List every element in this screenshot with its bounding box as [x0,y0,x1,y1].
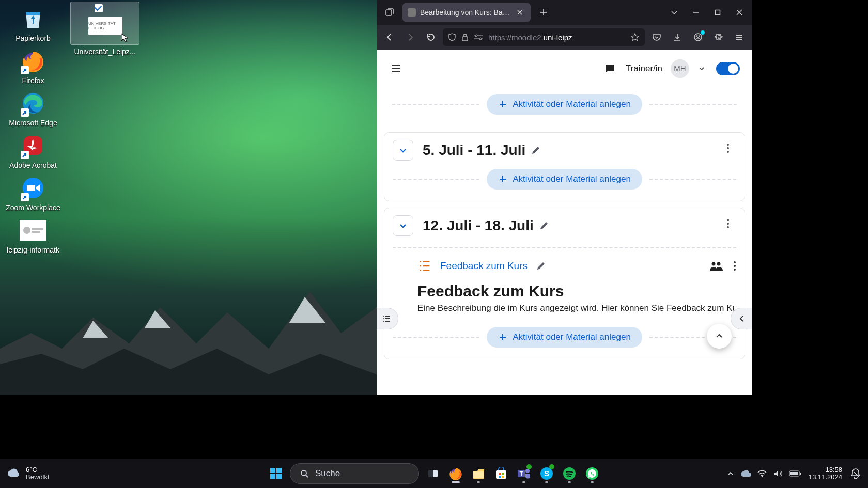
desktop-icon-edge[interactable]: Microsoft Edge [4,87,62,129]
taskbar-weather[interactable]: 6°C Bewölkt [6,466,50,481]
forward-button[interactable] [401,28,419,46]
desktop-icon-label: Zoom Workplace [6,203,60,212]
window-maximize-button[interactable] [709,4,726,21]
divider [649,179,736,180]
thumbnail-preview: UNIVERSITÄT LEIPZIG [88,17,122,35]
svg-point-15 [697,35,700,38]
user-avatar[interactable]: MH [671,59,689,78]
nav-drawer-toggle[interactable] [389,61,404,76]
svg-text:S: S [544,469,549,478]
svg-point-12 [475,35,477,37]
svg-point-22 [712,262,716,266]
reload-button[interactable] [422,28,440,46]
block-drawer-toggle[interactable] [731,308,752,329]
wifi-icon[interactable] [757,469,767,478]
tab-favicon [408,8,416,17]
battery-icon[interactable] [789,470,801,477]
task-view-button[interactable] [424,463,442,484]
add-activity-button[interactable]: Aktivität oder Material anlegen [487,327,642,348]
tab-list-button[interactable] [665,4,683,21]
desktop-icon-leipzig-informatik[interactable]: leipzig-informatk [4,214,62,256]
browser-tab-bar: Bearbeitung von Kurs: Bastelku [377,0,752,25]
taskbar-app-teams[interactable]: T [515,463,533,484]
window-minimize-button[interactable] [687,4,705,21]
course-index-toggle[interactable] [377,308,398,329]
add-activity-button[interactable]: Aktivität oder Material anlegen [487,94,642,115]
downloads-button[interactable] [669,28,686,46]
address-bar[interactable]: https://moodle2.uni-leipz [443,28,645,46]
pencil-icon[interactable] [539,221,549,231]
svg-point-34 [301,470,306,476]
url-text: https://moodle2.uni-leipz [488,33,625,42]
bookmark-star-icon[interactable] [630,33,640,42]
recent-tabs-button[interactable] [381,4,398,21]
divider [392,104,479,105]
taskbar: 6°C Bewölkt Suche T S 13:58 13.11.2 [0,459,868,488]
extensions-button[interactable] [710,28,727,46]
app-menu-button[interactable] [731,28,748,46]
taskbar-search[interactable]: Suche [290,463,419,484]
user-menu-caret[interactable] [698,65,708,73]
desktop-icon-recycle-bin[interactable]: Papierkorb [4,2,62,44]
section-collapse-toggle[interactable] [393,215,413,236]
add-activity-button[interactable]: Aktivität oder Material anlegen [487,169,642,190]
status-dot-icon [549,464,554,469]
section-menu-button[interactable] [720,215,736,232]
taskbar-app-skype[interactable]: S [538,463,555,484]
back-button[interactable] [381,28,398,46]
activity-menu-button[interactable] [733,261,736,271]
acrobat-icon [19,131,48,160]
onedrive-icon[interactable] [740,469,751,478]
course-section: Aktivität oder Material anlegen [384,94,745,126]
svg-point-25 [734,265,736,267]
activity-link[interactable]: Feedback zum Kurs [440,260,528,272]
groups-icon[interactable] [709,260,723,272]
taskbar-app-explorer[interactable] [470,463,487,484]
moodle-page: Trainer/in MH Aktivität oder Material an… [377,50,752,395]
activity-description: Eine Beschreibung die im Kurs angezeigt … [417,303,736,313]
edit-mode-toggle[interactable] [716,62,740,75]
notifications-icon[interactable] [849,467,862,480]
chevron-up-icon[interactable] [727,470,734,477]
lock-icon [461,33,469,41]
window-close-button[interactable] [731,4,748,21]
clock-time: 13:58 [809,466,842,474]
svg-rect-32 [270,474,275,479]
pencil-icon[interactable] [536,261,546,271]
shortcut-overlay-icon [21,193,29,201]
svg-rect-40 [499,473,501,475]
account-button[interactable] [689,28,707,46]
taskbar-app-spotify[interactable] [561,463,578,484]
pocket-button[interactable] [648,28,665,46]
volume-icon[interactable] [773,469,783,478]
taskbar-clock[interactable]: 13:58 13.11.2024 [809,466,842,481]
taskbar-app-firefox[interactable] [447,463,464,484]
browser-tab[interactable]: Bearbeitung von Kurs: Bastelku [402,3,531,22]
system-tray[interactable] [727,469,801,478]
drag-thumbnail[interactable]: UNIVERSITÄT LEIPZIG Universität_Leipz... [71,2,139,44]
desktop-icon-acrobat[interactable]: Adobe Acrobat [4,129,62,171]
course-section: 5. Juli - 11. Juli Aktivität oder Materi… [384,132,745,201]
pencil-icon[interactable] [531,145,541,155]
selection-check-icon [95,4,103,12]
new-tab-button[interactable] [535,4,552,21]
start-button[interactable] [267,465,285,482]
activity-row: Feedback zum Kurs [417,259,736,273]
svg-rect-30 [270,468,275,473]
tab-title: Bearbeitung von Kurs: Bastelku [420,8,510,17]
shortcut-overlay-icon [21,108,29,117]
activity-heading: Feedback zum Kurs [417,282,736,300]
messages-icon[interactable] [602,61,617,76]
shortcut-overlay-icon [21,151,29,159]
svg-rect-8 [32,231,40,233]
desktop-icon-zoom[interactable]: Zoom Workplace [4,171,62,214]
drag-thumbnail-label: Universität_Leipz... [71,48,139,56]
taskbar-app-store[interactable] [492,463,510,484]
desktop-icon-firefox[interactable]: Firefox [4,44,62,87]
tab-close-button[interactable] [514,7,525,18]
section-menu-button[interactable] [720,140,736,156]
taskbar-app-whatsapp[interactable] [583,463,601,484]
scroll-to-top-button[interactable] [707,324,732,349]
section-collapse-toggle[interactable] [393,140,413,161]
svg-rect-54 [800,473,801,475]
